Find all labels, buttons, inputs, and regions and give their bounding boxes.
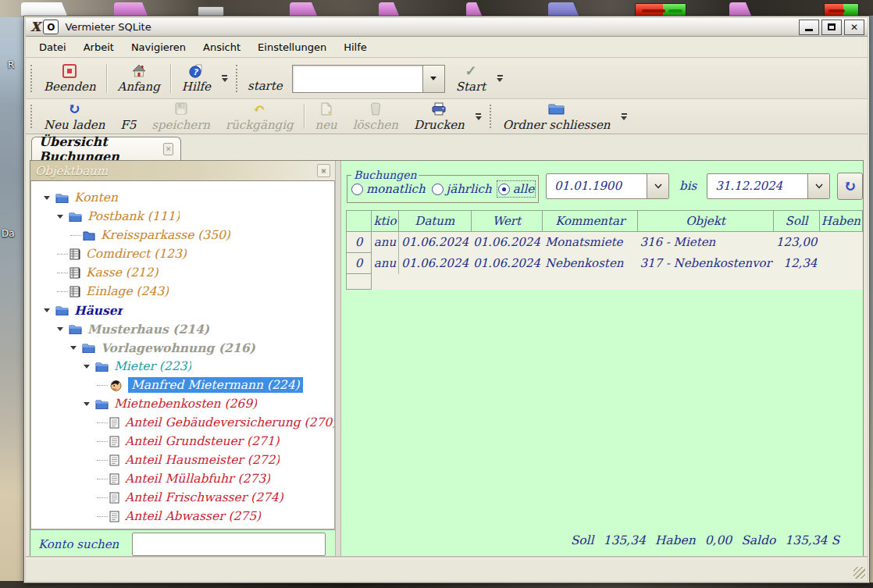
close-button[interactable]: ✕ [844, 20, 864, 35]
tree-item-vorlagewohnung[interactable]: Vorlagewohnung (216) [31, 338, 334, 357]
date-to-combobox[interactable]: 31.12.2024 [707, 173, 830, 199]
expand-arrow-icon[interactable] [44, 196, 55, 200]
resize-grip[interactable] [853, 567, 865, 579]
desktop-window-tab[interactable] [114, 2, 148, 16]
ordner-schliessen-button[interactable]: Ordner schliessen [495, 99, 618, 134]
soll-label: Soll [571, 533, 594, 547]
tree-item-manfred-mietermann[interactable]: Manfred Mietermann (224) [31, 376, 334, 394]
new-document-icon: ✶ [321, 102, 332, 116]
expand-arrow-icon[interactable] [57, 215, 69, 219]
desktop-window-tab-active[interactable] [21, 2, 67, 16]
app-icon[interactable]: O [43, 20, 59, 34]
start-button[interactable]: ✓ Start [448, 59, 494, 98]
tree-item-konten[interactable]: Konten [31, 188, 334, 207]
tree-item-musterhaus[interactable]: Musterhaus (214) [31, 319, 334, 338]
combobox-dropdown-button[interactable] [647, 174, 668, 198]
beenden-button[interactable]: Beenden [36, 59, 104, 98]
col-objekt[interactable]: Objekt [637, 211, 773, 232]
menu-ansicht[interactable]: Ansicht [194, 38, 249, 56]
col-datum[interactable]: Datum [399, 211, 471, 232]
tree-item-anteil-grundsteuer[interactable]: Anteil Grundsteuer (271) [31, 432, 334, 451]
neu-button[interactable]: ✶ neu [308, 99, 345, 134]
title-bar[interactable]: X O Vermieter SQLite ✕ [26, 18, 868, 37]
tree-item-anteil-abwasser[interactable]: Anteil Abwasser (275) [31, 507, 334, 526]
toolbar-overflow-arrow-icon[interactable] [476, 113, 482, 120]
combobox-dropdown-button[interactable] [422, 65, 445, 93]
tree-item-kreissparkasse[interactable]: Kreissparkasse (350) [31, 226, 334, 244]
col-haben[interactable]: Haben [819, 211, 862, 232]
tree-item-mieter[interactable]: Mieter (223) [31, 357, 334, 376]
folder-icon [95, 362, 109, 372]
toolbar-overflow-arrow-icon[interactable] [497, 75, 503, 82]
bis-label: bis [679, 179, 697, 193]
radio-alle[interactable]: alle [498, 182, 534, 196]
expand-arrow-icon[interactable] [44, 308, 55, 312]
tree-connector [97, 385, 108, 386]
tree-item-anteil-hausmeister[interactable]: Anteil Hausmeister (272) [31, 451, 334, 469]
buchungen-group: Buchungen monatlich jährlich alle [347, 169, 539, 203]
command-input[interactable] [292, 65, 422, 93]
col-wert[interactable]: Wert [471, 211, 543, 232]
menu-navigieren[interactable]: Navigieren [123, 38, 194, 56]
table-row[interactable]: 0 anu 01.06.2024 01.06.2024 Monatsmiete … [347, 232, 863, 253]
refresh-button[interactable]: ↻ [837, 173, 863, 200]
tree-item-einlage[interactable]: Einlage (243) [31, 282, 334, 301]
date-from-combobox[interactable]: 01.01.1900 [546, 173, 669, 199]
objektbaum-header[interactable]: Objektbaum ✕ [30, 161, 335, 180]
toolbar-drag-handle[interactable] [30, 105, 32, 129]
tree-item-anteil-gebaeudeversicherung[interactable]: Anteil Gebäudeversicherung (270) [31, 413, 334, 432]
rueckgaengig-button[interactable]: ↶ rückgängig [218, 99, 301, 134]
drucken-button[interactable]: Drucken [406, 99, 472, 134]
checkmark-icon: ✓ [465, 63, 476, 78]
minimize-button[interactable] [799, 20, 819, 35]
combobox-dropdown-button[interactable] [807, 174, 829, 198]
toolbar-overflow-arrow-icon[interactable] [621, 113, 627, 120]
maximize-button[interactable] [821, 20, 842, 35]
ledger-icon [69, 267, 80, 279]
menu-datei[interactable]: Datei [30, 38, 75, 56]
expand-arrow-icon[interactable] [70, 346, 82, 350]
menu-arbeit[interactable]: Arbeit [75, 38, 123, 56]
toolbar-separator [106, 64, 108, 93]
menu-einstellungen[interactable]: Einstellungen [249, 38, 335, 56]
col-soll[interactable]: Soll [774, 211, 820, 232]
col-kommentar[interactable]: Kommentar [543, 211, 637, 232]
desktop-icon-label: Da [2, 228, 15, 239]
tree-item-haeuser[interactable]: Häuser [31, 301, 334, 319]
dock-close-icon[interactable]: ✕ [317, 164, 330, 177]
document-icon [109, 454, 119, 466]
tree-item-anteil-muellabfuhr[interactable]: Anteil Müllabfuhr (273) [31, 469, 334, 488]
tree-item-kasse[interactable]: Kasse (212) [31, 263, 334, 282]
tree-item-mietnebenkosten[interactable]: Mietnebenkosten (269) [31, 394, 334, 413]
konto-suchen-input[interactable] [132, 533, 326, 556]
panel-splitter[interactable] [335, 161, 341, 558]
speichern-button[interactable]: speichern [144, 99, 218, 134]
expand-arrow-icon[interactable] [84, 365, 95, 369]
tree-item-anteil-frischwasser[interactable]: Anteil Frischwasser (274) [31, 488, 334, 507]
toolbar-separator [170, 64, 172, 93]
table-row[interactable]: 0 anu 01.06.2024 01.06.2024 Nebenkosten … [347, 253, 863, 274]
neu-laden-button[interactable]: ↻ Neu laden [36, 99, 112, 134]
tab-uebersicht-buchungen[interactable]: Übersicht Buchungen ✕ [31, 137, 181, 160]
loeschen-button[interactable]: löschen [345, 99, 406, 134]
f5-button[interactable]: F5 [112, 99, 144, 134]
command-combobox[interactable] [292, 65, 445, 93]
toolbar-overflow-arrow-icon[interactable] [222, 75, 228, 82]
col-aktion[interactable]: ktio [371, 211, 398, 232]
expand-arrow-icon[interactable] [84, 402, 95, 406]
anfang-button[interactable]: Anfang [110, 59, 168, 98]
tree-item-comdirect[interactable]: Comdirect (123) [31, 244, 334, 263]
status-bar [26, 558, 868, 581]
radio-monatlich[interactable]: monatlich [351, 182, 426, 196]
toolbar-drag-handle[interactable] [490, 105, 491, 129]
filter-row: Buchungen monatlich jährlich alle [347, 166, 858, 206]
col-blank[interactable] [347, 211, 372, 232]
toolbar-drag-handle[interactable] [30, 65, 32, 93]
expand-arrow-icon[interactable] [57, 327, 69, 331]
tree-item-postbank[interactable]: Postbank (111) [31, 207, 334, 226]
tab-close-icon[interactable]: ✕ [163, 143, 173, 155]
radio-jaehrlich[interactable]: jährlich [432, 182, 492, 196]
menu-hilfe[interactable]: Hilfe [335, 38, 376, 56]
toolbar-drag-handle[interactable] [236, 65, 237, 93]
hilfe-button[interactable]: ? Hilfe [174, 59, 219, 98]
